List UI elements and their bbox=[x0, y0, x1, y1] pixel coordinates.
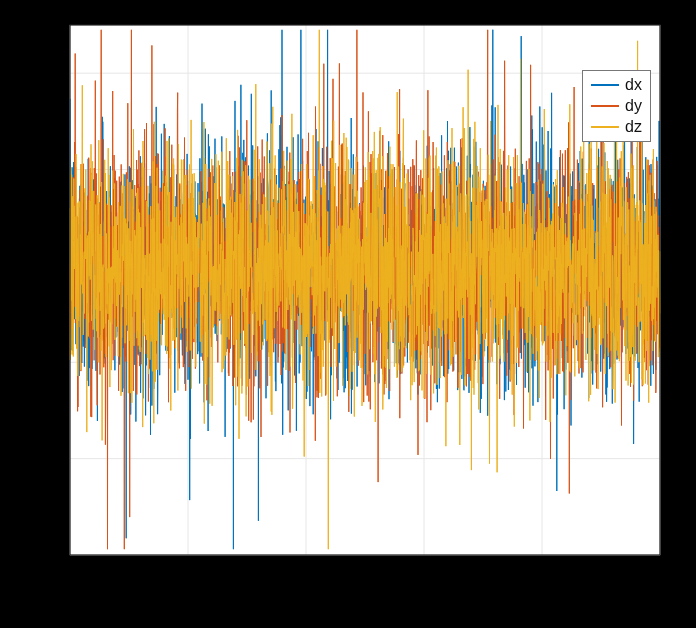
legend-swatch-dx bbox=[591, 84, 619, 86]
legend-swatch-dz bbox=[591, 126, 619, 128]
legend-label: dx bbox=[625, 75, 642, 94]
legend-swatch-dy bbox=[591, 105, 619, 107]
legend-label: dz bbox=[625, 117, 642, 136]
legend-item-dy: dy bbox=[591, 96, 642, 115]
legend-label: dy bbox=[625, 96, 642, 115]
legend-item-dx: dx bbox=[591, 75, 642, 94]
legend-item-dz: dz bbox=[591, 117, 642, 136]
legend: dx dy dz bbox=[582, 70, 651, 142]
noise-chart: dx dy dz bbox=[0, 0, 696, 628]
